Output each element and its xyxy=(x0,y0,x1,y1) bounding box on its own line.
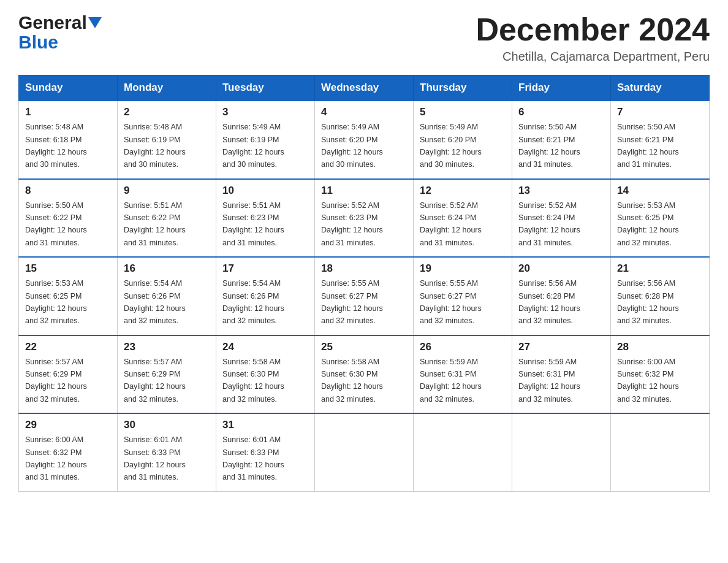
day-info: Sunrise: 5:48 AMSunset: 6:18 PMDaylight:… xyxy=(25,123,87,169)
table-row: 2 Sunrise: 5:48 AMSunset: 6:19 PMDayligh… xyxy=(118,101,216,179)
table-row: 13 Sunrise: 5:52 AMSunset: 6:24 PMDaylig… xyxy=(512,179,611,258)
day-number: 14 xyxy=(617,185,703,197)
day-number: 29 xyxy=(25,419,111,431)
day-number: 3 xyxy=(222,106,308,118)
page-title: December 2024 xyxy=(476,12,710,47)
day-info: Sunrise: 5:57 AMSunset: 6:29 PMDaylight:… xyxy=(124,358,186,404)
table-row: 15 Sunrise: 5:53 AMSunset: 6:25 PMDaylig… xyxy=(19,257,118,335)
logo-general-text: General xyxy=(18,12,87,33)
day-info: Sunrise: 5:54 AMSunset: 6:26 PMDaylight:… xyxy=(124,279,186,325)
day-info: Sunrise: 6:00 AMSunset: 6:32 PMDaylight:… xyxy=(25,435,87,481)
day-info: Sunrise: 5:56 AMSunset: 6:28 PMDaylight:… xyxy=(518,279,580,325)
table-row: 6 Sunrise: 5:50 AMSunset: 6:21 PMDayligh… xyxy=(512,101,611,179)
day-number: 19 xyxy=(420,262,506,275)
page-subtitle: Chetilla, Cajamarca Department, Peru xyxy=(476,50,710,64)
day-info: Sunrise: 6:01 AMSunset: 6:33 PMDaylight:… xyxy=(124,435,186,481)
table-row: 5 Sunrise: 5:49 AMSunset: 6:20 PMDayligh… xyxy=(414,101,512,179)
table-row: 31 Sunrise: 6:01 AMSunset: 6:33 PMDaylig… xyxy=(216,413,315,491)
day-number: 31 xyxy=(222,419,308,431)
header-sunday: Sunday xyxy=(19,75,118,101)
day-info: Sunrise: 5:49 AMSunset: 6:20 PMDaylight:… xyxy=(321,123,383,169)
day-number: 27 xyxy=(518,341,604,353)
table-row: 10 Sunrise: 5:51 AMSunset: 6:23 PMDaylig… xyxy=(216,179,315,258)
day-number: 23 xyxy=(124,341,210,353)
day-info: Sunrise: 5:50 AMSunset: 6:21 PMDaylight:… xyxy=(617,123,679,169)
calendar-week-4: 22 Sunrise: 5:57 AMSunset: 6:29 PMDaylig… xyxy=(19,335,710,414)
day-number: 22 xyxy=(25,341,111,353)
day-info: Sunrise: 5:57 AMSunset: 6:29 PMDaylight:… xyxy=(25,358,87,404)
table-row: 28 Sunrise: 6:00 AMSunset: 6:32 PMDaylig… xyxy=(611,335,710,414)
svg-marker-0 xyxy=(88,17,102,28)
day-number: 24 xyxy=(222,341,308,353)
day-info: Sunrise: 5:48 AMSunset: 6:19 PMDaylight:… xyxy=(124,123,186,169)
day-info: Sunrise: 5:55 AMSunset: 6:27 PMDaylight:… xyxy=(420,279,482,325)
day-number: 9 xyxy=(124,185,210,197)
header-tuesday: Tuesday xyxy=(216,75,315,101)
table-row: 26 Sunrise: 5:59 AMSunset: 6:31 PMDaylig… xyxy=(414,335,512,414)
header-saturday: Saturday xyxy=(611,75,710,101)
day-info: Sunrise: 5:49 AMSunset: 6:19 PMDaylight:… xyxy=(222,123,284,169)
header-wednesday: Wednesday xyxy=(315,75,414,101)
day-number: 8 xyxy=(25,185,111,197)
header-thursday: Thursday xyxy=(414,75,512,101)
day-number: 28 xyxy=(617,341,703,353)
day-number: 10 xyxy=(222,185,308,197)
table-row xyxy=(512,413,611,491)
table-row: 4 Sunrise: 5:49 AMSunset: 6:20 PMDayligh… xyxy=(315,101,414,179)
day-number: 7 xyxy=(617,106,703,118)
day-number: 25 xyxy=(321,341,407,353)
table-row: 30 Sunrise: 6:01 AMSunset: 6:33 PMDaylig… xyxy=(118,413,216,491)
header-monday: Monday xyxy=(118,75,216,101)
day-info: Sunrise: 5:58 AMSunset: 6:30 PMDaylight:… xyxy=(222,358,284,404)
day-number: 26 xyxy=(420,341,506,353)
logo: General Blue xyxy=(18,12,102,52)
day-info: Sunrise: 5:50 AMSunset: 6:21 PMDaylight:… xyxy=(518,123,580,169)
table-row: 9 Sunrise: 5:51 AMSunset: 6:22 PMDayligh… xyxy=(118,179,216,258)
day-info: Sunrise: 5:52 AMSunset: 6:24 PMDaylight:… xyxy=(518,201,580,247)
table-row: 11 Sunrise: 5:52 AMSunset: 6:23 PMDaylig… xyxy=(315,179,414,258)
day-info: Sunrise: 5:54 AMSunset: 6:26 PMDaylight:… xyxy=(222,279,284,325)
table-row: 27 Sunrise: 5:59 AMSunset: 6:31 PMDaylig… xyxy=(512,335,611,414)
day-info: Sunrise: 5:53 AMSunset: 6:25 PMDaylight:… xyxy=(25,279,87,325)
table-row: 22 Sunrise: 5:57 AMSunset: 6:29 PMDaylig… xyxy=(19,335,118,414)
day-info: Sunrise: 6:00 AMSunset: 6:32 PMDaylight:… xyxy=(617,358,679,404)
day-info: Sunrise: 5:51 AMSunset: 6:22 PMDaylight:… xyxy=(124,201,186,247)
table-row xyxy=(414,413,512,491)
calendar-week-3: 15 Sunrise: 5:53 AMSunset: 6:25 PMDaylig… xyxy=(19,257,710,335)
title-block: December 2024 Chetilla, Cajamarca Depart… xyxy=(476,12,710,64)
day-info: Sunrise: 5:59 AMSunset: 6:31 PMDaylight:… xyxy=(420,358,482,404)
day-info: Sunrise: 5:52 AMSunset: 6:23 PMDaylight:… xyxy=(321,201,383,247)
day-number: 16 xyxy=(124,262,210,275)
day-number: 15 xyxy=(25,262,111,275)
day-number: 1 xyxy=(25,106,111,118)
day-number: 11 xyxy=(321,185,407,197)
table-row: 8 Sunrise: 5:50 AMSunset: 6:22 PMDayligh… xyxy=(19,179,118,258)
header-friday: Friday xyxy=(512,75,611,101)
calendar-week-2: 8 Sunrise: 5:50 AMSunset: 6:22 PMDayligh… xyxy=(19,179,710,258)
day-info: Sunrise: 5:59 AMSunset: 6:31 PMDaylight:… xyxy=(518,358,580,404)
day-number: 13 xyxy=(518,185,604,197)
day-info: Sunrise: 5:53 AMSunset: 6:25 PMDaylight:… xyxy=(617,201,679,247)
table-row: 7 Sunrise: 5:50 AMSunset: 6:21 PMDayligh… xyxy=(611,101,710,179)
table-row: 1 Sunrise: 5:48 AMSunset: 6:18 PMDayligh… xyxy=(19,101,118,179)
day-info: Sunrise: 5:58 AMSunset: 6:30 PMDaylight:… xyxy=(321,358,383,404)
day-number: 30 xyxy=(124,419,210,431)
logo-arrow-icon xyxy=(88,17,102,31)
day-info: Sunrise: 5:51 AMSunset: 6:23 PMDaylight:… xyxy=(222,201,284,247)
table-row: 20 Sunrise: 5:56 AMSunset: 6:28 PMDaylig… xyxy=(512,257,611,335)
calendar-week-5: 29 Sunrise: 6:00 AMSunset: 6:32 PMDaylig… xyxy=(19,413,710,491)
day-number: 18 xyxy=(321,262,407,275)
day-info: Sunrise: 6:01 AMSunset: 6:33 PMDaylight:… xyxy=(222,435,284,481)
day-info: Sunrise: 5:55 AMSunset: 6:27 PMDaylight:… xyxy=(321,279,383,325)
table-row: 21 Sunrise: 5:56 AMSunset: 6:28 PMDaylig… xyxy=(611,257,710,335)
day-number: 20 xyxy=(518,262,604,275)
calendar-header-row: Sunday Monday Tuesday Wednesday Thursday… xyxy=(19,75,710,101)
table-row: 23 Sunrise: 5:57 AMSunset: 6:29 PMDaylig… xyxy=(118,335,216,414)
table-row: 19 Sunrise: 5:55 AMSunset: 6:27 PMDaylig… xyxy=(414,257,512,335)
table-row xyxy=(315,413,414,491)
logo-blue-text: Blue xyxy=(18,33,58,52)
day-number: 5 xyxy=(420,106,506,118)
day-info: Sunrise: 5:52 AMSunset: 6:24 PMDaylight:… xyxy=(420,201,482,247)
table-row: 17 Sunrise: 5:54 AMSunset: 6:26 PMDaylig… xyxy=(216,257,315,335)
table-row xyxy=(611,413,710,491)
